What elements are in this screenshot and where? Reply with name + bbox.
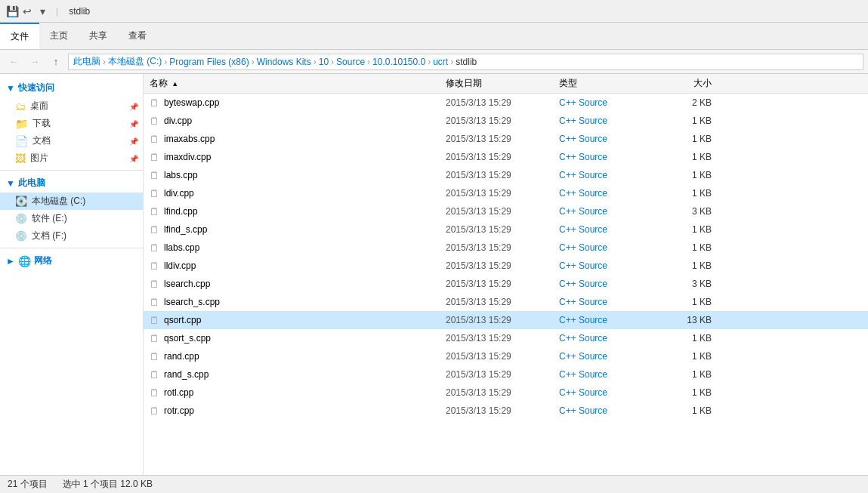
file-type: C++ Source — [559, 116, 657, 126]
pin-icon: 📌 — [129, 102, 138, 110]
table-row[interactable]: 🗒 ldiv.cpp 2015/3/13 15:29 C++ Source 1 … — [144, 184, 868, 202]
ribbon: 文件 主页 共享 查看 — [0, 23, 868, 50]
sidebar-item-drive-e[interactable]: 💿 软件 (E:) — [0, 210, 143, 227]
table-row[interactable]: 🗒 qsort_s.cpp 2015/3/13 15:29 C++ Source… — [144, 329, 868, 347]
table-row[interactable]: 🗒 lsearch.cpp 2015/3/13 15:29 C++ Source… — [144, 275, 868, 293]
tab-share[interactable]: 共享 — [79, 23, 118, 49]
path-source[interactable]: Source — [336, 57, 365, 67]
file-date: 2015/3/13 15:29 — [446, 152, 559, 162]
table-row[interactable]: 🗒 lsearch_s.cpp 2015/3/13 15:29 C++ Sour… — [144, 293, 868, 311]
sidebar-item-drive-c[interactable]: 💽 本地磁盘 (C:) — [0, 193, 143, 210]
sidebar-item-pictures[interactable]: 🖼 图片 📌 — [0, 149, 143, 167]
sidebar-thispc-header[interactable]: ▼ 此电脑 — [0, 174, 143, 193]
file-type: C++ Source — [559, 315, 657, 325]
file-type: C++ Source — [559, 297, 657, 307]
tab-view[interactable]: 查看 — [118, 23, 157, 49]
sidebar-item-label: 本地磁盘 (C:) — [32, 195, 85, 208]
undo-icon[interactable]: ↩ — [21, 5, 33, 17]
col-header-date[interactable]: 修改日期 — [446, 77, 559, 90]
file-date: 2015/3/13 15:29 — [446, 279, 559, 289]
file-name: qsort.cpp — [164, 315, 201, 325]
col-header-size[interactable]: 大小 — [657, 77, 718, 90]
file-size: 1 KB — [657, 387, 718, 398]
file-icon: 🗒 — [150, 279, 159, 290]
window-title: stdlib — [69, 6, 90, 17]
file-name: byteswap.cpp — [164, 97, 219, 108]
table-row[interactable]: 🗒 rand.cpp 2015/3/13 15:29 C++ Source 1 … — [144, 347, 868, 365]
path-10[interactable]: 10 — [319, 57, 329, 67]
back-button[interactable]: ← — [5, 53, 23, 71]
path-windowskits[interactable]: Windows Kits — [257, 57, 311, 67]
table-row[interactable]: 🗒 imaxdiv.cpp 2015/3/13 15:29 C++ Source… — [144, 148, 868, 166]
file-date: 2015/3/13 15:29 — [446, 116, 559, 126]
col-header-name[interactable]: 名称 ▲ — [144, 77, 446, 90]
table-row[interactable]: 🗒 rand_s.cpp 2015/3/13 15:29 C++ Source … — [144, 365, 868, 384]
table-row[interactable]: 🗒 byteswap.cpp 2015/3/13 15:29 C++ Sourc… — [144, 94, 868, 112]
file-icon: 🗒 — [150, 152, 159, 163]
path-programfiles[interactable]: Program Files (x86) — [169, 57, 249, 67]
sidebar-item-desktop[interactable]: 🗂 桌面 📌 — [0, 97, 143, 115]
file-type: C++ Source — [559, 152, 657, 162]
sidebar-quickaccess-header[interactable]: ▼ 快速访问 — [0, 79, 143, 97]
file-size: 2 KB — [657, 97, 718, 108]
forward-button[interactable]: → — [26, 53, 44, 71]
path-ucrt[interactable]: ucrt — [433, 57, 448, 67]
file-name: qsort_s.cpp — [164, 333, 211, 344]
filelist-header: 名称 ▲ 修改日期 类型 大小 — [144, 74, 868, 94]
table-row[interactable]: 🗒 rotr.cpp 2015/3/13 15:29 C++ Source 1 … — [144, 402, 868, 420]
path-c[interactable]: 本地磁盘 (C:) — [108, 55, 162, 68]
save-icon[interactable]: 💾 — [6, 5, 18, 17]
tab-file[interactable]: 文件 — [0, 23, 39, 49]
table-row[interactable]: 🗒 llabs.cpp 2015/3/13 15:29 C++ Source 1… — [144, 239, 868, 257]
path-pc[interactable]: 此电脑 — [73, 55, 100, 68]
drive-icon: 💿 — [15, 230, 27, 242]
pin-icon: 📌 — [129, 137, 138, 145]
table-row[interactable]: 🗒 div.cpp 2015/3/13 15:29 C++ Source 1 K… — [144, 112, 868, 130]
sidebar-item-downloads[interactable]: 📁 下载 📌 — [0, 115, 143, 132]
table-row[interactable]: 🗒 lfind.cpp 2015/3/13 15:29 C++ Source 3… — [144, 202, 868, 220]
file-icon: 🗒 — [150, 242, 159, 254]
file-icon: 🗒 — [150, 351, 159, 362]
sidebar-item-label: 软件 (E:) — [32, 212, 67, 225]
file-icon: 🗒 — [150, 387, 159, 399]
pin-icon: 📌 — [129, 154, 138, 162]
folder-dropdown-icon[interactable]: ▾ — [36, 5, 48, 17]
file-date: 2015/3/13 15:29 — [446, 297, 559, 307]
file-size: 3 KB — [657, 279, 718, 289]
file-name: lldiv.cpp — [164, 260, 196, 271]
tab-home[interactable]: 主页 — [39, 23, 79, 49]
file-size: 1 KB — [657, 188, 718, 199]
file-icon: 🗒 — [150, 116, 159, 127]
sidebar: ▼ 快速访问 🗂 桌面 📌 📁 下载 📌 📄 文档 📌 🖼 图片 📌 ▼ 此电脑 — [0, 74, 144, 475]
file-name: div.cpp — [164, 116, 192, 126]
file-name: lfind.cpp — [164, 206, 198, 217]
folder-icon: 🖼 — [15, 153, 26, 165]
sidebar-item-drive-f[interactable]: 💿 文档 (F:) — [0, 227, 143, 245]
file-name: lsearch_s.cpp — [164, 297, 220, 307]
folder-icon: 🗂 — [15, 100, 26, 112]
path-stdlib[interactable]: stdlib — [456, 57, 477, 67]
table-row[interactable]: 🗒 lfind_s.cpp 2015/3/13 15:29 C++ Source… — [144, 220, 868, 239]
file-type: C++ Source — [559, 369, 657, 380]
address-path[interactable]: 此电脑 › 本地磁盘 (C:) › Program Files (x86) › … — [68, 54, 863, 70]
sidebar-network-label: 网络 — [34, 254, 52, 267]
network-icon: 🌐 — [18, 255, 31, 267]
table-row[interactable]: 🗒 labs.cpp 2015/3/13 15:29 C++ Source 1 … — [144, 166, 868, 184]
filelist: 名称 ▲ 修改日期 类型 大小 🗒 byteswap.cpp 2015/3/13… — [144, 74, 868, 475]
path-version[interactable]: 10.0.10150.0 — [372, 57, 425, 67]
file-size: 1 KB — [657, 405, 718, 416]
table-row[interactable]: 🗒 lldiv.cpp 2015/3/13 15:29 C++ Source 1… — [144, 257, 868, 275]
file-type: C++ Source — [559, 224, 657, 235]
table-row[interactable]: 🗒 imaxabs.cpp 2015/3/13 15:29 C++ Source… — [144, 130, 868, 148]
up-button[interactable]: ↑ — [47, 53, 65, 71]
file-size: 1 KB — [657, 369, 718, 380]
file-type: C++ Source — [559, 387, 657, 398]
sidebar-network-header[interactable]: ► 🌐 网络 — [0, 251, 143, 270]
col-header-type[interactable]: 类型 — [559, 77, 657, 90]
sidebar-item-documents[interactable]: 📄 文档 📌 — [0, 132, 143, 149]
table-row[interactable]: 🗒 qsort.cpp 2015/3/13 15:29 C++ Source 1… — [144, 311, 868, 329]
file-name: lsearch.cpp — [164, 279, 210, 289]
status-total: 21 个项目 — [8, 478, 48, 491]
table-row[interactable]: 🗒 rotl.cpp 2015/3/13 15:29 C++ Source 1 … — [144, 384, 868, 402]
file-size: 1 KB — [657, 242, 718, 253]
